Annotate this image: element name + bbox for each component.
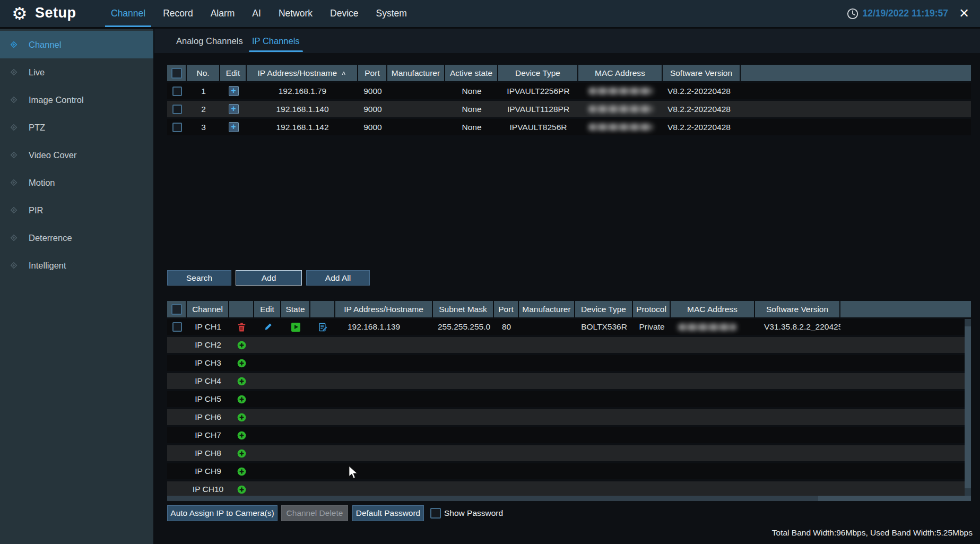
tab-ip-channels[interactable]: IP Channels bbox=[252, 29, 300, 53]
sidebar-item-ptz[interactable]: PTZ bbox=[0, 114, 153, 141]
sidebar-item-channel[interactable]: Channel bbox=[0, 31, 153, 58]
auto-assign-ip-button[interactable]: Auto Assign IP to Camera(s) bbox=[167, 505, 277, 521]
plus-button-icon[interactable] bbox=[229, 104, 239, 114]
tab-analog-channels[interactable]: Analog Channels bbox=[176, 29, 243, 53]
header-manufacturer[interactable]: Manufacturer bbox=[519, 301, 575, 317]
menu-item-ai[interactable]: AI bbox=[250, 0, 263, 27]
header-manufacturer[interactable]: Manufacturer bbox=[387, 65, 445, 81]
select-all-checkbox[interactable] bbox=[171, 304, 182, 315]
sidebar-item-label: Channel bbox=[29, 40, 61, 50]
vertical-scrollbar[interactable] bbox=[965, 319, 971, 496]
show-password-checkbox[interactable] bbox=[430, 508, 441, 519]
doc-edit-icon[interactable] bbox=[318, 323, 327, 332]
cell-spacer bbox=[840, 319, 971, 335]
header-software-version[interactable]: Software Version bbox=[663, 65, 741, 81]
header-port[interactable]: Port bbox=[358, 65, 387, 81]
header-active-state[interactable]: Active state bbox=[445, 65, 498, 81]
plus-button-icon[interactable] bbox=[229, 86, 239, 96]
table-row[interactable]: IP CH2 bbox=[167, 337, 971, 353]
header-subnet[interactable]: Subnet Mask bbox=[433, 301, 494, 317]
plus-circle-icon[interactable] bbox=[237, 467, 246, 476]
cell-mac-redacted bbox=[578, 83, 663, 99]
row-checkbox[interactable] bbox=[172, 322, 182, 332]
clock-icon bbox=[847, 8, 858, 20]
header-ip[interactable]: IP Address/Hostname bbox=[335, 301, 433, 317]
plus-circle-icon[interactable] bbox=[237, 413, 246, 422]
close-icon[interactable]: × bbox=[955, 4, 973, 24]
default-password-button[interactable]: Default Password bbox=[352, 505, 424, 521]
pencil-icon[interactable] bbox=[264, 323, 272, 331]
header-port[interactable]: Port bbox=[494, 301, 519, 317]
sidebar-item-label: PTZ bbox=[29, 123, 45, 133]
gear-icon: ⚙ bbox=[12, 3, 28, 24]
table-row[interactable]: IP CH5 bbox=[167, 391, 971, 407]
table-row[interactable]: IP CH9 bbox=[167, 463, 971, 479]
menu-item-channel[interactable]: Channel bbox=[109, 0, 147, 27]
cell-ip: 192.168.1.79 bbox=[247, 83, 358, 99]
header-state[interactable]: State bbox=[281, 301, 310, 317]
header-ip[interactable]: IP Address/Hostname∧ bbox=[247, 65, 358, 81]
table-row[interactable]: IP CH6 bbox=[167, 409, 971, 425]
menu-item-alarm[interactable]: Alarm bbox=[209, 0, 237, 27]
table-row[interactable]: 1 192.168.1.79 9000 None IPVAULT2256PR V… bbox=[167, 83, 971, 99]
trash-icon[interactable] bbox=[238, 323, 246, 332]
row-checkbox[interactable] bbox=[172, 87, 182, 96]
datetime-display: 12/19/2022 11:19:57 bbox=[862, 8, 948, 19]
plus-circle-icon[interactable] bbox=[237, 431, 246, 440]
table-row[interactable]: IP CH3 bbox=[167, 355, 971, 371]
sidebar-item-pir[interactable]: PIR bbox=[0, 196, 153, 224]
cell-add bbox=[229, 373, 254, 389]
table-row[interactable]: IP CH4 bbox=[167, 373, 971, 389]
row-checkbox[interactable] bbox=[172, 105, 182, 114]
plus-circle-icon[interactable] bbox=[237, 341, 246, 350]
table-row[interactable]: IP CH8 bbox=[167, 445, 971, 461]
sidebar-item-motion[interactable]: Motion bbox=[0, 169, 153, 196]
horizontal-scrollbar-thumb[interactable] bbox=[167, 496, 818, 501]
plus-circle-icon[interactable] bbox=[237, 395, 246, 404]
sidebar-item-live[interactable]: Live bbox=[0, 58, 153, 86]
sidebar: Channel Live Image Control PTZ Video Cov… bbox=[0, 29, 153, 544]
menu-item-network[interactable]: Network bbox=[277, 0, 314, 27]
select-all-checkbox[interactable] bbox=[171, 68, 182, 79]
header-edit[interactable]: Edit bbox=[254, 301, 281, 317]
header-mac[interactable]: MAC Address bbox=[578, 65, 663, 81]
plus-circle-icon[interactable] bbox=[237, 449, 246, 458]
add-button[interactable]: Add bbox=[236, 270, 302, 286]
table-row[interactable]: IP CH1 bbox=[167, 319, 971, 335]
diamond-pin-icon bbox=[10, 41, 18, 48]
cell-channel: IP CH3 bbox=[187, 355, 229, 371]
sidebar-item-video-cover[interactable]: Video Cover bbox=[0, 141, 153, 169]
table-row[interactable]: 2 192.168.1.140 9000 None IPVAULT1128PR … bbox=[167, 101, 971, 117]
cell-add bbox=[229, 463, 254, 479]
table-row[interactable]: IP CH7 bbox=[167, 427, 971, 443]
diamond-pin-icon bbox=[10, 179, 18, 186]
plus-circle-icon[interactable] bbox=[237, 485, 246, 494]
search-button[interactable]: Search bbox=[167, 270, 231, 286]
plus-circle-icon[interactable] bbox=[237, 359, 246, 368]
diamond-pin-icon bbox=[10, 124, 18, 131]
cell-channel: IP CH2 bbox=[187, 337, 229, 353]
horizontal-scrollbar[interactable] bbox=[167, 496, 971, 501]
menu-item-device[interactable]: Device bbox=[328, 0, 360, 27]
header-protocol[interactable]: Protocol bbox=[633, 301, 671, 317]
header-channel[interactable]: Channel bbox=[187, 301, 229, 317]
sidebar-item-intelligent[interactable]: Intelligent bbox=[0, 252, 153, 279]
header-mac[interactable]: MAC Address bbox=[671, 301, 755, 317]
header-software-version[interactable]: Software Version bbox=[755, 301, 840, 317]
play-icon[interactable] bbox=[291, 323, 300, 332]
sidebar-item-deterrence[interactable]: Deterrence bbox=[0, 224, 153, 252]
header-device-type[interactable]: Device Type bbox=[575, 301, 633, 317]
sidebar-item-image-control[interactable]: Image Control bbox=[0, 86, 153, 114]
table-row[interactable]: 3 192.168.1.142 9000 None IPVAULT8256R V… bbox=[167, 119, 971, 135]
add-all-button[interactable]: Add All bbox=[306, 270, 370, 286]
menu-item-record[interactable]: Record bbox=[161, 0, 194, 27]
plus-button-icon[interactable] bbox=[229, 122, 239, 132]
vertical-scrollbar-thumb[interactable] bbox=[965, 326, 971, 488]
table-row[interactable]: IP CH10 bbox=[167, 481, 971, 496]
header-device-type[interactable]: Device Type bbox=[498, 65, 578, 81]
row-checkbox[interactable] bbox=[172, 123, 182, 132]
header-no[interactable]: No. bbox=[187, 65, 220, 81]
menu-item-system[interactable]: System bbox=[375, 0, 409, 27]
plus-circle-icon[interactable] bbox=[237, 377, 246, 386]
header-edit[interactable]: Edit bbox=[220, 65, 247, 81]
